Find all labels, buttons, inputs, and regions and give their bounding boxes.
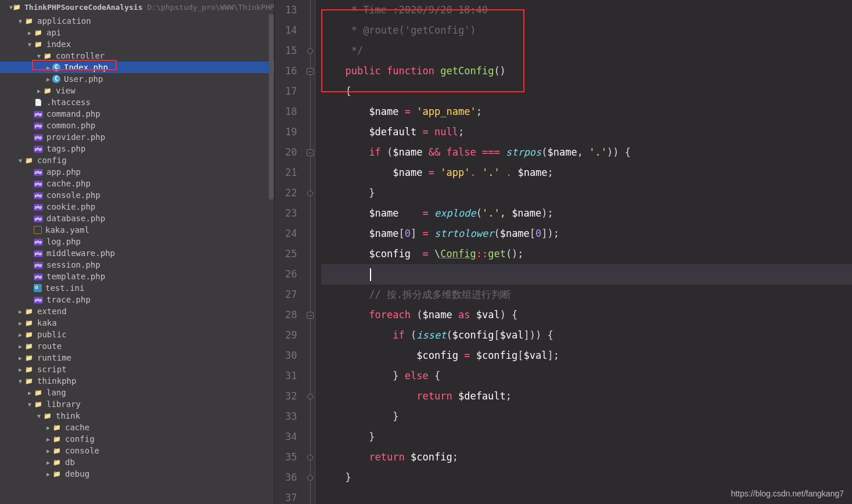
line-number[interactable]: 26: [285, 264, 297, 285]
code-line[interactable]: {: [321, 81, 852, 102]
tree-item-application[interactable]: application: [0, 15, 274, 27]
chevron-icon[interactable]: [35, 413, 43, 419]
chevron-icon[interactable]: [16, 18, 24, 24]
sidebar-scrollbar[interactable]: [268, 14, 274, 211]
code-line[interactable]: return $default;: [321, 386, 852, 406]
code-line[interactable]: return $config;: [321, 447, 852, 467]
fold-cell[interactable]: [305, 447, 315, 467]
tree-item-cache[interactable]: cache: [0, 422, 274, 433]
line-number[interactable]: 24: [285, 224, 297, 244]
line-numbers[interactable]: 1314151617181920212223242526272829303132…: [275, 0, 305, 504]
chevron-icon[interactable]: [44, 448, 52, 454]
chevron-icon[interactable]: [26, 401, 34, 408]
tree-item-think[interactable]: think: [0, 410, 274, 422]
fold-cell[interactable]: [305, 345, 315, 366]
chevron-icon[interactable]: [44, 459, 52, 466]
chevron-icon[interactable]: [16, 157, 24, 164]
tree-item-cookie-php[interactable]: cookie.php: [0, 201, 274, 213]
chevron-icon[interactable]: [44, 76, 52, 82]
code-line[interactable]: $name = 'app'. '.' . $name;: [321, 163, 852, 183]
tree-item-view[interactable]: view: [0, 85, 274, 96]
code-line[interactable]: if (isset($config[$val])) {: [321, 325, 852, 345]
chevron-icon[interactable]: [44, 64, 52, 71]
line-number[interactable]: 18: [285, 102, 297, 122]
line-number[interactable]: 32: [285, 386, 297, 406]
tree-item-thinkphp[interactable]: thinkphp: [0, 375, 274, 387]
line-number[interactable]: 25: [285, 244, 297, 264]
code-line[interactable]: public function getConfig(): [321, 61, 852, 81]
tree-item-kaka-yaml[interactable]: kaka.yaml: [0, 224, 274, 236]
fold-cell[interactable]: [305, 366, 315, 386]
fold-cell[interactable]: [305, 20, 315, 41]
fold-cell[interactable]: [305, 0, 315, 20]
tree-item-provider-php[interactable]: provider.php: [0, 131, 274, 143]
tree-item-test-ini[interactable]: test.ini: [0, 282, 274, 294]
tree-item-Index-php[interactable]: Index.php: [0, 62, 274, 73]
code-line[interactable]: $name = explode('.', $name);: [321, 203, 852, 224]
tree-item-config[interactable]: config: [0, 154, 274, 166]
tree-item-app-php[interactable]: app.php: [0, 166, 274, 178]
fold-cell[interactable]: [305, 406, 315, 427]
fold-cell[interactable]: [305, 427, 315, 447]
fold-minus-icon[interactable]: [307, 149, 314, 156]
fold-cell[interactable]: [305, 203, 315, 224]
code-line[interactable]: foreach ($name as $val) {: [321, 305, 852, 325]
tree-item-api[interactable]: api: [0, 27, 274, 38]
fold-cell[interactable]: [305, 163, 315, 183]
scrollbar-thumb[interactable]: [269, 14, 274, 200]
code-line[interactable]: $config = \Config::get();: [321, 244, 852, 264]
fold-cell[interactable]: [305, 183, 315, 203]
project-header[interactable]: ThinkPHPSourceCodeAnalysis D:\phpstudy_p…: [0, 0, 274, 14]
tree-item-debug[interactable]: debug: [0, 468, 274, 480]
chevron-icon[interactable]: [16, 308, 24, 315]
chevron-icon[interactable]: [44, 424, 52, 431]
fold-cell[interactable]: [305, 41, 315, 61]
tree-item-controller[interactable]: controller: [0, 50, 274, 62]
line-number[interactable]: 30: [285, 345, 297, 366]
line-number[interactable]: 33: [285, 406, 297, 427]
chevron-icon[interactable]: [16, 366, 24, 373]
tree-item-script[interactable]: script: [0, 363, 274, 375]
tree-item-kaka[interactable]: kaka: [0, 317, 274, 329]
code-line[interactable]: }: [321, 467, 852, 488]
line-number[interactable]: 16: [285, 61, 297, 81]
line-number[interactable]: 35: [285, 447, 297, 467]
chevron-icon[interactable]: [26, 30, 34, 36]
tree-item-console[interactable]: console: [0, 445, 274, 456]
line-number[interactable]: 14: [285, 20, 297, 41]
tree-item-config[interactable]: config: [0, 433, 274, 445]
chevron-icon[interactable]: [16, 355, 24, 361]
chevron-icon[interactable]: [35, 53, 43, 59]
fold-cell[interactable]: [305, 264, 315, 285]
tree-item--htaccess[interactable]: .htaccess: [0, 96, 274, 108]
line-number[interactable]: 23: [285, 203, 297, 224]
fold-cell[interactable]: [305, 142, 315, 163]
tree-item-middleware-php[interactable]: middleware.php: [0, 247, 274, 259]
fold-cell[interactable]: [305, 224, 315, 244]
fold-cell[interactable]: [305, 467, 315, 488]
chevron-icon[interactable]: [35, 88, 43, 94]
code-line[interactable]: $default = null;: [321, 122, 852, 142]
line-number[interactable]: 29: [285, 325, 297, 345]
fold-column[interactable]: [305, 0, 315, 504]
tree-item-public[interactable]: public: [0, 329, 274, 340]
line-number[interactable]: 22: [285, 183, 297, 203]
tree-item-db[interactable]: db: [0, 456, 274, 468]
fold-cell[interactable]: [305, 102, 315, 122]
line-number[interactable]: 31: [285, 366, 297, 386]
code-line[interactable]: }: [321, 406, 852, 427]
code-line[interactable]: $name = 'app_name';: [321, 102, 852, 122]
line-number[interactable]: 34: [285, 427, 297, 447]
tree-item-lang[interactable]: lang: [0, 387, 274, 398]
fold-cell[interactable]: [305, 244, 315, 264]
tree-item-common-php[interactable]: common.php: [0, 120, 274, 131]
code-line[interactable]: */: [321, 41, 852, 61]
code-editor[interactable]: * Time :2020/9/20 18:40 * @route('getCon…: [315, 0, 852, 504]
fold-cell[interactable]: [305, 61, 315, 81]
code-line[interactable]: [321, 264, 852, 285]
tree-item-library[interactable]: library: [0, 398, 274, 410]
fold-cell[interactable]: [305, 81, 315, 102]
line-number[interactable]: 13: [285, 0, 297, 20]
fold-minus-icon[interactable]: [307, 312, 314, 319]
code-line[interactable]: }: [321, 183, 852, 203]
